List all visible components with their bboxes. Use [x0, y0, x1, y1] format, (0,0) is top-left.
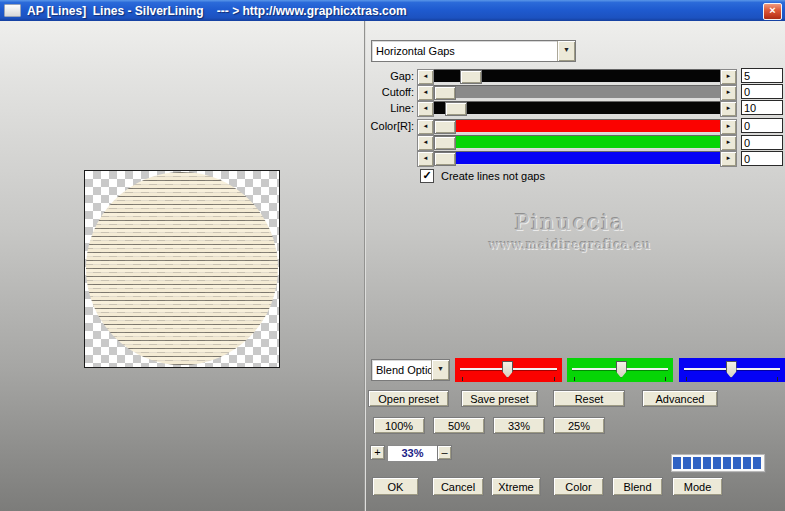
color-button[interactable]: Color: [553, 477, 604, 496]
close-icon: ×: [769, 4, 775, 16]
line-slider-track[interactable]: [434, 101, 720, 115]
blue-channel-thumb[interactable]: [726, 361, 737, 378]
slider-left-arrow-icon[interactable]: ◄: [417, 151, 434, 167]
slider-right-arrow-icon[interactable]: ►: [720, 85, 737, 101]
cutoff-label: Cutoff:: [368, 85, 414, 100]
blend-options-dropdown[interactable]: Blend Options ▼: [371, 359, 450, 381]
plugin-window: AP [Lines] Lines - SilverLining --- > ht…: [0, 0, 785, 511]
slider-right-arrow-icon[interactable]: ►: [720, 135, 737, 151]
advanced-button[interactable]: Advanced: [642, 390, 718, 407]
checkbox-check-icon[interactable]: ✓: [420, 169, 434, 183]
blue-channel-slider[interactable]: [679, 358, 785, 382]
line-label: Line:: [368, 101, 414, 116]
slider-left-arrow-icon[interactable]: ◄: [417, 135, 434, 151]
red-channel-thumb[interactable]: [502, 361, 513, 378]
ok-button[interactable]: OK: [372, 477, 419, 496]
preset-dropdown[interactable]: Horizontal Gaps ▼: [371, 40, 576, 62]
create-lines-label: Create lines not gaps: [441, 170, 545, 182]
zoom-level-display: 33%: [387, 445, 438, 462]
gap-slider[interactable]: ◄ ►: [417, 69, 737, 83]
cancel-button[interactable]: Cancel: [432, 477, 484, 496]
zoom-33-button[interactable]: 33%: [493, 417, 545, 434]
color-r-slider[interactable]: ◄ ►: [417, 119, 737, 133]
zoom-out-button[interactable]: –: [437, 445, 452, 460]
slider-left-arrow-icon[interactable]: ◄: [417, 119, 434, 135]
color-r-value-input[interactable]: [741, 118, 783, 133]
preview-canvas[interactable]: [84, 170, 280, 368]
chevron-down-icon[interactable]: ▼: [557, 41, 575, 61]
green-channel-thumb[interactable]: [616, 361, 627, 378]
color-r-slider-thumb[interactable]: [434, 120, 456, 134]
color-b-slider-thumb[interactable]: [434, 152, 456, 166]
slider-right-arrow-icon[interactable]: ►: [720, 151, 737, 167]
cutoff-slider[interactable]: ◄ ►: [417, 85, 737, 99]
gap-label: Gap:: [368, 69, 414, 84]
zoom-50-button[interactable]: 50%: [433, 417, 485, 434]
cutoff-value-input[interactable]: [741, 84, 783, 99]
color-b-slider[interactable]: ◄ ►: [417, 151, 737, 165]
color-b-value-input[interactable]: [741, 151, 783, 166]
gap-slider-track[interactable]: [434, 69, 720, 83]
slider-right-arrow-icon[interactable]: ►: [720, 69, 737, 85]
color-g-slider[interactable]: ◄ ►: [417, 135, 737, 149]
zoom-25-button[interactable]: 25%: [553, 417, 605, 434]
line-slider-thumb[interactable]: [445, 102, 467, 116]
open-preset-button[interactable]: Open preset: [368, 390, 449, 407]
slider-left-arrow-icon[interactable]: ◄: [417, 85, 434, 101]
color-g-slider-track[interactable]: [434, 135, 720, 149]
slider-right-arrow-icon[interactable]: ►: [720, 101, 737, 117]
title-bar: AP [Lines] Lines - SilverLining --- > ht…: [0, 0, 785, 21]
blend-button[interactable]: Blend: [612, 477, 663, 496]
green-channel-slider[interactable]: [567, 358, 673, 382]
color-g-slider-thumb[interactable]: [434, 136, 456, 150]
chevron-down-icon[interactable]: ▼: [431, 360, 449, 380]
preview-circle-image: [86, 172, 278, 365]
slider-left-arrow-icon[interactable]: ◄: [417, 101, 434, 117]
red-channel-slider[interactable]: [455, 358, 562, 382]
reset-button[interactable]: Reset: [553, 390, 625, 407]
create-lines-checkbox[interactable]: ✓ Create lines not gaps: [420, 169, 545, 183]
line-value-input[interactable]: [741, 100, 783, 115]
window-title: AP [Lines] Lines - SilverLining --- > ht…: [27, 4, 407, 18]
color-b-slider-track[interactable]: [434, 151, 720, 165]
window-icon: [4, 4, 21, 17]
line-slider[interactable]: ◄ ►: [417, 101, 737, 115]
save-preset-button[interactable]: Save preset: [461, 390, 538, 407]
gap-value-input[interactable]: [741, 68, 783, 83]
zoom-in-button[interactable]: +: [370, 445, 385, 460]
color-r-slider-track[interactable]: [434, 119, 720, 133]
mode-button[interactable]: Mode: [672, 477, 723, 496]
color-r-label: Color[R]:: [368, 119, 414, 134]
close-button[interactable]: ×: [763, 3, 782, 20]
cutoff-slider-thumb[interactable]: [434, 86, 456, 100]
xtreme-button[interactable]: Xtreme: [491, 477, 541, 496]
gap-slider-thumb[interactable]: [460, 70, 482, 84]
color-g-value-input[interactable]: [741, 135, 783, 150]
blend-options-value: Blend Options: [372, 364, 431, 376]
progress-bar: [671, 454, 765, 472]
cutoff-slider-track[interactable]: [434, 85, 720, 99]
zoom-100-button[interactable]: 100%: [373, 417, 425, 434]
preset-dropdown-value: Horizontal Gaps: [372, 45, 557, 57]
slider-left-arrow-icon[interactable]: ◄: [417, 69, 434, 85]
slider-right-arrow-icon[interactable]: ►: [720, 119, 737, 135]
